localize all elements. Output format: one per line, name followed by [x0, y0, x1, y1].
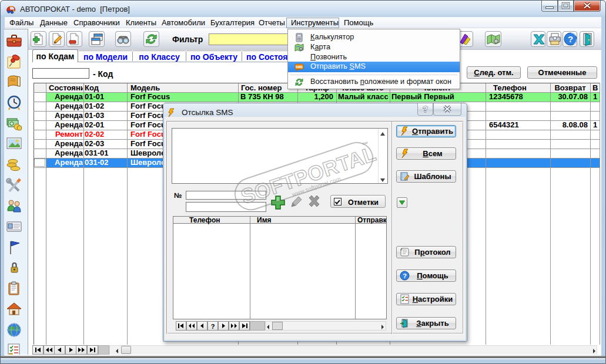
svg-text:?: ? [403, 272, 407, 279]
svg-text:SMS: SMS [296, 65, 303, 69]
svg-text:?: ? [423, 104, 428, 114]
svg-text:?: ? [568, 34, 573, 44]
